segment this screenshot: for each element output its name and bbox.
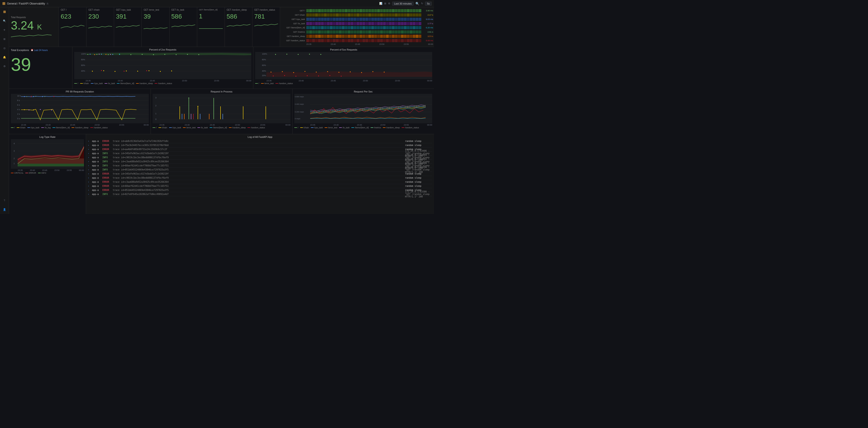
stat-slash-value: 623 — [61, 13, 85, 20]
sidebar-user[interactable]: 👤 — [2, 207, 7, 212]
stat-items: GET /items/{item_id} 1 — [197, 7, 225, 47]
svg-text:3: 3 — [13, 150, 15, 152]
svg-point-97 — [40, 109, 41, 110]
log-expand-7[interactable]: › — [88, 164, 91, 167]
log-level-2: ERROR — [102, 144, 112, 146]
stat-error-value: 39 — [144, 13, 167, 20]
svg-point-72 — [298, 54, 299, 55]
svg-point-94 — [35, 96, 36, 97]
svg-point-91 — [24, 109, 25, 110]
heatmap-row-items: GET /items/{item_id} 6.20 ms — [281, 26, 433, 30]
log-expand-10[interactable]: › — [88, 177, 91, 179]
exception-header: Total Exceptions ⏰ Last 24 hours — [11, 49, 70, 52]
row2: Total Exceptions ⏰ Last 24 hours 39 Perc… — [9, 47, 434, 89]
log-expand-6[interactable]: › — [88, 160, 91, 163]
sidebar-explore[interactable]: ◎ — [2, 45, 7, 51]
refresh-icon[interactable]: ↻ — [421, 2, 423, 5]
pr99-axis: 23:3523:4023:4523:5023:5500:00 — [11, 124, 149, 126]
svg-text:20%: 20% — [262, 74, 266, 77]
log-msg-12: random sleep — [405, 185, 432, 187]
svg-text:2 s: 2 s — [17, 113, 20, 115]
svg-point-73 — [309, 54, 310, 55]
log-expand-11[interactable]: › — [88, 181, 91, 183]
svg-point-57 — [327, 71, 328, 72]
svg-point-71 — [286, 54, 287, 55]
sidebar-search[interactable]: 🔍 — [2, 18, 7, 24]
sidebar-grafana-logo[interactable]: ⊞ — [2, 9, 7, 15]
log-expand-2[interactable]: › — [88, 144, 91, 146]
log-msg-1: random sleep — [405, 140, 432, 142]
log-app-10: app-a — [92, 177, 101, 179]
svg-text:0 req/s: 0 req/s — [295, 118, 300, 120]
heatmap-row-metrics: GET /metrics 2.61 s — [281, 30, 433, 34]
svg-point-63 — [273, 76, 274, 77]
log-expand-9[interactable]: › — [88, 172, 91, 175]
log-trace-14: trace_id=027e8fb45a102862af7d0ec49892a4d… — [113, 193, 404, 195]
stat-io-value: 586 — [172, 13, 195, 20]
interval-button[interactable]: 5s — [425, 2, 432, 6]
percent-2xx-axis: 23:3523:4023:4523:5023:5500:00 — [74, 80, 251, 82]
time-range-button[interactable]: Last 30 minutes — [392, 2, 414, 6]
sidebar-settings[interactable]: ⚙ — [2, 63, 7, 69]
log-line-4: › app-a INFO trace_id=345dfe963acc617e5b… — [88, 151, 432, 155]
svg-point-90 — [42, 96, 43, 97]
stat-slash-label: GET / — [61, 9, 85, 11]
svg-point-58 — [338, 72, 339, 73]
log-expand-13[interactable]: › — [88, 189, 91, 191]
request-in-process-axis: 23:3523:4023:4523:5023:5500:00 — [153, 124, 290, 126]
svg-point-33 — [105, 54, 106, 55]
svg-text:10 s: 10 s — [17, 95, 21, 97]
log-expand-8[interactable]: › — [88, 168, 91, 171]
log-expand-12[interactable]: › — [88, 185, 91, 187]
log-app-2: app-a — [92, 144, 101, 146]
log-line-2: › app-a ERROR trace_id=75e3b34457bcce383… — [88, 143, 432, 147]
svg-text:0.600 req/s: 0.600 req/s — [295, 96, 304, 98]
svg-text:3: 3 — [155, 96, 156, 99]
svg-point-95 — [44, 96, 45, 97]
zoom-out-icon[interactable]: 🔍 — [415, 2, 419, 5]
log-app-5: app-a — [92, 156, 101, 159]
log-line-10: › app-a ERROR trace_id=c9019c1bc3ec88edb… — [88, 176, 432, 180]
log-type-rate-chart: 4 3 2 1 — [11, 139, 84, 169]
percent-5xx-legend: / /error_test /random_status — [255, 82, 432, 85]
log-panel: Log of All FastAPI App › app-a ERROR tra… — [86, 134, 434, 214]
log-expand-4[interactable]: › — [88, 152, 91, 154]
log-expand-14[interactable]: › — [88, 193, 91, 195]
percent-5xx-chart: 100% 80% 60% 40% 20% — [255, 52, 432, 79]
stat-items-value: 1 — [199, 13, 223, 20]
heatmap-val-chain: 2.17 s — [422, 14, 433, 16]
log-expand-1[interactable]: › — [88, 140, 91, 142]
stat-status-value: 781 — [254, 13, 278, 20]
log-app-14: app-a — [92, 193, 101, 195]
log-level-13: ERROR — [102, 189, 112, 191]
svg-point-30 — [101, 54, 102, 55]
log-type-rate-panel: Log Type Rate 4 3 2 1 — [9, 134, 86, 214]
sidebar: ⊞ 🔍 + ⊞ ◎ 🔔 ⚙ ? 👤 — [0, 7, 9, 214]
svg-text:1: 1 — [13, 162, 15, 165]
svg-point-25 — [137, 71, 138, 72]
svg-rect-75 — [11, 94, 149, 123]
log-level-6: INFO — [102, 160, 112, 163]
stat-cpu-spark — [116, 20, 140, 29]
chart-type-icon[interactable]: 📊 — [379, 2, 382, 5]
stat-cpu-label: GET /cpu_task — [116, 9, 140, 11]
log-trace-7: trace_id=60aef62d41cdef7868d79ae77c165f5… — [113, 164, 404, 167]
row4: Log Type Rate 4 3 2 1 — [9, 134, 434, 214]
request-in-process-legend: / /chain /cpu_task /error_test /io_task … — [153, 126, 290, 129]
log-expand-5[interactable]: › — [88, 156, 91, 159]
svg-point-124 — [197, 106, 198, 107]
log-level-4: INFO — [102, 152, 112, 154]
sidebar-alerting[interactable]: 🔔 — [2, 54, 7, 60]
log-expand-3[interactable]: › — [88, 148, 91, 150]
sidebar-add[interactable]: + — [2, 27, 7, 33]
stat-cpu: GET /cpu_task 391 — [114, 7, 142, 47]
dashboard-icon[interactable]: ⊞ — [384, 2, 386, 5]
log-level-3: ERROR — [102, 148, 112, 150]
sidebar-help[interactable]: ? — [2, 198, 7, 203]
sidebar-dashboards[interactable]: ⊞ — [2, 36, 7, 42]
settings-icon[interactable]: ⚙ — [388, 2, 390, 5]
svg-text:2: 2 — [155, 105, 156, 107]
share-icon[interactable]: ⎘ — [47, 2, 49, 5]
log-app-3: app-a — [92, 148, 101, 150]
total-requests-value: 3.24 K — [11, 20, 57, 31]
